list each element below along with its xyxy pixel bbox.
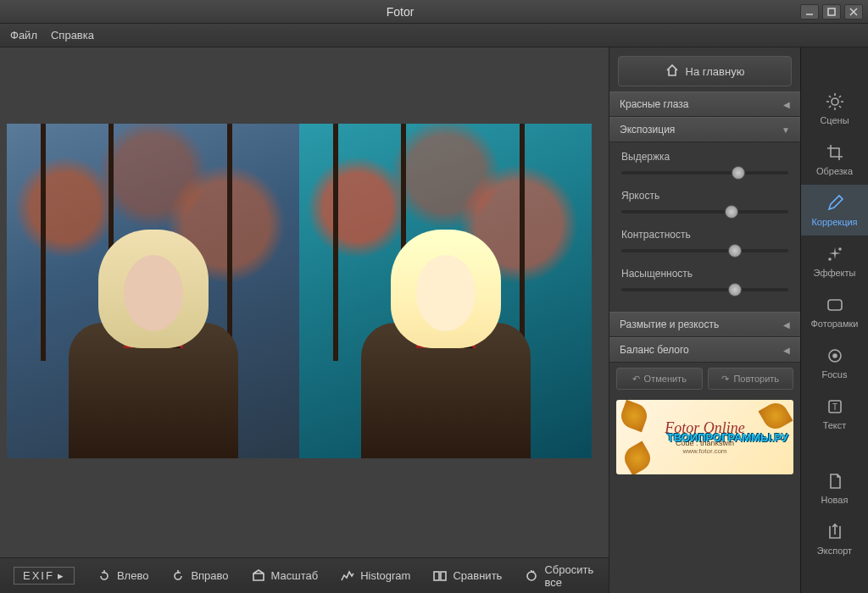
tool-adjust-label: Коррекция: [811, 217, 857, 227]
svg-line-13: [839, 106, 841, 108]
crop-icon: [825, 142, 845, 163]
tool-new[interactable]: Новая: [801, 463, 869, 513]
collapse-left-icon: ◀: [783, 100, 790, 109]
tool-scenes[interactable]: Сцены: [801, 83, 869, 134]
slider-contrast[interactable]: [621, 249, 788, 252]
promo-url: www.fotor.com: [682, 447, 726, 455]
svg-point-17: [829, 258, 831, 260]
tool-crop[interactable]: Обрезка: [801, 134, 869, 185]
compare-label: Сравнить: [453, 569, 502, 582]
home-label: На главную: [686, 65, 745, 78]
histogram-icon: [340, 568, 355, 584]
minimize-button[interactable]: [800, 4, 819, 19]
tool-focus[interactable]: Focus: [801, 337, 869, 388]
new-file-icon: [825, 471, 845, 491]
slider-saturation-knob[interactable]: [728, 283, 742, 296]
section-white-balance[interactable]: Баланс белого ◀: [609, 337, 800, 363]
sun-icon: [825, 91, 845, 112]
zoom-icon: [251, 568, 266, 584]
tool-crop-label: Обрезка: [816, 166, 853, 176]
tool-export-label: Экспорт: [817, 546, 852, 556]
slider-exposure-label: Выдержка: [621, 151, 788, 163]
svg-line-12: [829, 96, 831, 97]
slider-contrast-knob[interactable]: [728, 244, 742, 258]
rotate-left-label: Влево: [117, 569, 148, 582]
slider-saturation-label: Насыщенность: [621, 268, 788, 280]
home-icon: [665, 64, 679, 80]
slider-exposure-knob[interactable]: [732, 166, 745, 180]
slider-brightness-knob[interactable]: [725, 205, 738, 219]
exif-button[interactable]: EXIF ▸: [14, 567, 75, 585]
histogram-label: Histogram: [360, 569, 410, 582]
svg-rect-18: [828, 300, 842, 310]
undo-icon: ↶: [632, 374, 640, 385]
tool-new-label: Новая: [821, 495, 849, 505]
image-original: [7, 124, 299, 458]
adjust-panel: На главную Красные глаза ◀ Экспозиция ▼ …: [609, 47, 800, 593]
undo-label: Отменить: [644, 374, 687, 384]
rotate-left-icon: [97, 568, 112, 584]
section-red-eye-label: Красные глаза: [620, 98, 688, 110]
rotate-left-button[interactable]: Влево: [97, 568, 148, 584]
rotate-right-label: Вправо: [191, 569, 228, 582]
svg-rect-1: [828, 8, 835, 15]
tool-frames[interactable]: Фоторамки: [801, 286, 869, 337]
slider-brightness[interactable]: [621, 210, 788, 213]
promo-banner[interactable]: Fotor Online Code : thankswin www.fotor.…: [616, 400, 793, 474]
menu-file[interactable]: Файл: [10, 29, 37, 42]
svg-point-20: [833, 354, 837, 357]
collapse-left-icon: ◀: [783, 346, 790, 355]
section-exposure[interactable]: Экспозиция ▼: [609, 117, 800, 142]
exif-label: EXIF: [23, 569, 54, 582]
chevron-right-icon: ▸: [58, 569, 65, 582]
section-blur-sharp[interactable]: Размытие и резкость ◀: [609, 312, 800, 337]
image-compare[interactable]: [7, 124, 592, 458]
svg-line-15: [829, 106, 831, 108]
reset-button[interactable]: Сбросить все: [524, 563, 595, 589]
export-icon: [825, 522, 845, 542]
svg-rect-4: [434, 572, 439, 580]
redo-icon: ↷: [721, 374, 729, 385]
zoom-label: Масштаб: [271, 569, 319, 582]
slider-saturation[interactable]: [621, 288, 788, 291]
tool-text-label: Текст: [823, 420, 847, 430]
tool-text[interactable]: T Текст: [801, 388, 869, 439]
tool-export[interactable]: Экспорт: [801, 513, 869, 564]
maximize-button[interactable]: [822, 4, 841, 19]
tool-scenes-label: Сцены: [820, 115, 849, 125]
pencil-icon: [825, 193, 845, 213]
slider-exposure[interactable]: [621, 171, 788, 175]
histogram-button[interactable]: Histogram: [340, 568, 410, 584]
watermark-text: ТВОИПРОГРАММЫ.РУ: [667, 431, 788, 444]
rotate-right-button[interactable]: Вправо: [170, 568, 228, 584]
image-edited: [299, 124, 592, 458]
menu-help[interactable]: Справка: [51, 29, 94, 42]
svg-point-16: [839, 248, 841, 250]
compare-icon: [432, 568, 448, 584]
section-red-eye[interactable]: Красные глаза ◀: [609, 91, 800, 117]
redo-button[interactable]: ↷ Повторить: [708, 368, 794, 390]
tool-frames-label: Фоторамки: [810, 319, 858, 329]
undo-button[interactable]: ↶ Отменить: [616, 368, 703, 390]
canvas-area: EXIF ▸ Влево Вправо Масштаб Histogram: [0, 47, 609, 593]
home-button[interactable]: На главную: [618, 56, 792, 86]
reset-label: Сбросить все: [544, 563, 595, 589]
svg-point-6: [527, 572, 536, 580]
menu-bar: Файл Справка: [0, 24, 868, 47]
section-blur-sharp-label: Размытие и резкость: [620, 319, 719, 330]
exposure-sliders: Выдержка Яркость Контрастность Насыщенно…: [609, 142, 800, 312]
focus-icon: [825, 346, 845, 366]
svg-text:T: T: [832, 402, 837, 412]
tool-effects[interactable]: Эффекты: [801, 236, 869, 286]
slider-brightness-label: Яркость: [621, 190, 788, 202]
tool-rail: Сцены Обрезка Коррекция Эффекты Фоторамк…: [800, 47, 868, 593]
compare-button[interactable]: Сравнить: [432, 568, 502, 584]
tool-focus-label: Focus: [822, 369, 848, 380]
zoom-button[interactable]: Масштаб: [251, 568, 319, 584]
collapse-left-icon: ◀: [783, 320, 790, 330]
svg-point-7: [832, 98, 838, 105]
close-button[interactable]: [844, 4, 863, 19]
rotate-right-icon: [170, 568, 186, 584]
tool-adjust[interactable]: Коррекция: [801, 185, 869, 236]
section-white-balance-label: Баланс белого: [620, 344, 689, 356]
